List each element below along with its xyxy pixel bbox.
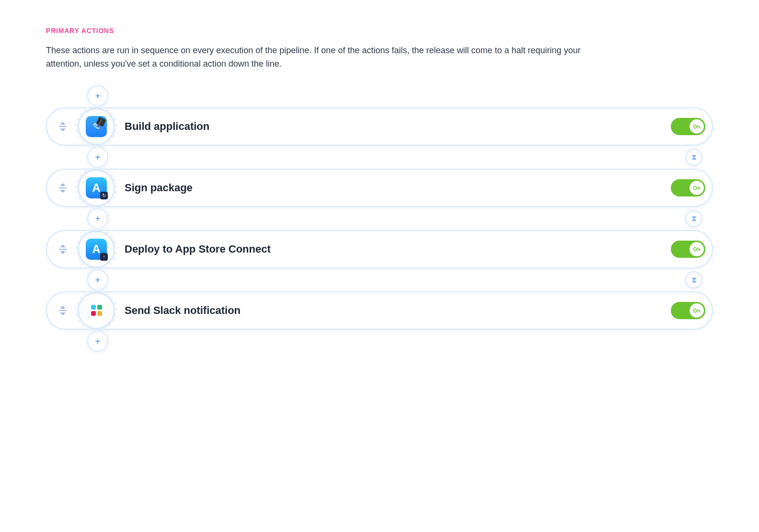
sort-up-icon: [60, 183, 66, 186]
sign-badge-icon: ↻: [100, 192, 108, 199]
step-icon-gear: [78, 292, 115, 329]
toggle-switch[interactable]: On: [671, 302, 705, 319]
appstore-upload-icon: A ↑: [86, 239, 107, 260]
action-title: Sign package: [125, 182, 671, 194]
step-icon-gear: A ↑: [78, 231, 115, 268]
hourglass-icon: ⧗: [691, 153, 697, 162]
plus-icon: +: [95, 153, 101, 162]
add-action-button[interactable]: +: [87, 208, 108, 229]
step-icon-gear: A ↻: [78, 169, 115, 207]
action-title: Send Slack notification: [125, 304, 671, 317]
hourglass-icon: ⧗: [691, 276, 697, 284]
toggle-switch[interactable]: On: [671, 179, 705, 197]
action-card[interactable]: Send Slack notification On: [46, 291, 713, 330]
hourglass-icon: ⧗: [691, 214, 697, 223]
sort-down-icon: [60, 312, 66, 315]
drag-handle[interactable]: [52, 122, 71, 131]
toggle-knob: On: [690, 242, 704, 256]
sort-down-icon: [60, 128, 66, 131]
action-card[interactable]: ✎ Build application On: [46, 107, 713, 146]
upload-badge-icon: ↑: [100, 253, 108, 261]
toggle-knob: On: [690, 119, 704, 134]
action-card[interactable]: A ↻ Sign package On: [46, 169, 713, 207]
handle-bar-icon: [59, 249, 67, 250]
wait-indicator-button[interactable]: ⧗: [685, 149, 702, 166]
slack-icon: [86, 300, 107, 321]
sort-up-icon: [60, 306, 66, 309]
connector-row: + ⧗: [46, 268, 713, 291]
wait-indicator-button[interactable]: ⧗: [685, 210, 702, 227]
section-description: These actions are run in sequence on eve…: [46, 44, 592, 71]
handle-bar-icon: [59, 187, 67, 188]
add-action-button[interactable]: +: [87, 147, 108, 168]
wait-indicator-button[interactable]: ⧗: [685, 271, 702, 289]
add-slot: +: [87, 330, 713, 353]
handle-bar-icon: [59, 310, 67, 311]
section-heading: PRIMARY ACTIONS: [46, 27, 713, 35]
toggle-knob: On: [690, 181, 704, 195]
toggle-switch[interactable]: On: [671, 118, 705, 135]
handle-bar-icon: [59, 126, 67, 127]
plus-icon: +: [95, 276, 101, 284]
add-action-button[interactable]: +: [87, 85, 108, 106]
xcode-hammer-icon: ✎: [86, 116, 107, 137]
plus-icon: +: [95, 337, 101, 346]
add-slot: +: [87, 84, 713, 107]
toggle-switch[interactable]: On: [671, 241, 705, 258]
add-action-button[interactable]: +: [87, 331, 108, 352]
pipeline: + ✎ Build application On + ⧗: [46, 84, 713, 353]
step-icon-gear: ✎: [78, 108, 115, 145]
sort-up-icon: [60, 244, 66, 247]
sort-up-icon: [60, 122, 66, 125]
drag-handle[interactable]: [52, 306, 71, 315]
sort-down-icon: [60, 190, 66, 193]
appstore-sign-icon: A ↻: [86, 177, 107, 198]
plus-icon: +: [95, 214, 101, 223]
drag-handle[interactable]: [52, 244, 71, 254]
action-title: Build application: [125, 120, 671, 133]
drag-handle[interactable]: [52, 183, 71, 193]
add-action-button[interactable]: +: [87, 269, 108, 290]
action-title: Deploy to App Store Connect: [125, 243, 671, 255]
sort-down-icon: [60, 251, 66, 254]
toggle-knob: On: [690, 303, 704, 318]
connector-row: + ⧗: [46, 207, 713, 230]
plus-icon: +: [95, 92, 101, 100]
action-card[interactable]: A ↑ Deploy to App Store Connect On: [46, 230, 713, 268]
connector-row: + ⧗: [46, 146, 713, 169]
